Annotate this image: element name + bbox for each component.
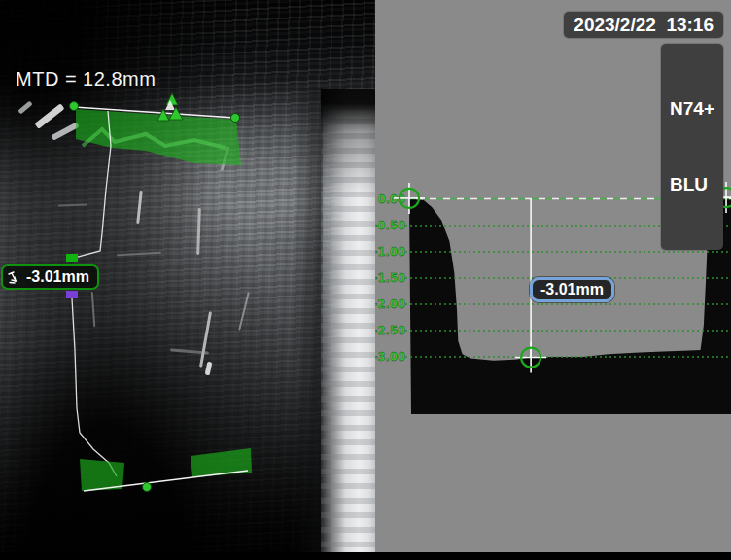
y-axis-tick: -3.00	[375, 350, 405, 364]
y-axis-tick: -2.50	[375, 324, 405, 337]
profile-cut-line-lower	[72, 298, 117, 476]
depth-gauge-icon	[8, 270, 22, 285]
datetime-badge: 2023/2/22 13:16	[564, 12, 723, 38]
depth-start-marker[interactable]	[66, 254, 78, 262]
depth-readout-left: -3.01mm	[1, 264, 99, 290]
profile-panel: 0.00-0.50-1.00-1.50-2.00-2.50-3.00 2023/…	[375, 0, 731, 560]
bottom-black-bar	[0, 552, 731, 560]
measurement-screen: { "header": { "datetime": "2023/2/22 13:…	[0, 0, 731, 560]
depth-end-marker[interactable]	[66, 291, 78, 298]
probe-badge-line2: BLU	[670, 172, 714, 197]
measure-point-dot-left[interactable]	[70, 102, 79, 111]
y-axis-tick: -1.50	[375, 271, 405, 285]
probe-badge-line1: N74+	[670, 96, 714, 122]
probe-badge: N74+ BLU	[661, 44, 723, 250]
measure-point-dot-right[interactable]	[231, 114, 240, 122]
borescope-image[interactable]: MTD = 12.8mm -3.01mm	[0, 0, 375, 560]
defect-highlight-bottom-right	[191, 448, 252, 477]
mtd-readout: MTD = 12.8mm	[16, 68, 156, 90]
y-axis-tick: -2.00	[375, 298, 405, 311]
depth-readout-chart: -3.01mm	[530, 277, 614, 302]
y-axis-tick: -1.00	[375, 245, 405, 259]
defect-highlight-top	[76, 109, 241, 165]
depth-readout-left-value: -3.01mm	[26, 268, 89, 286]
measure-point-dot-bottom[interactable]	[143, 483, 152, 492]
y-axis-tick: -0.50	[375, 219, 405, 232]
